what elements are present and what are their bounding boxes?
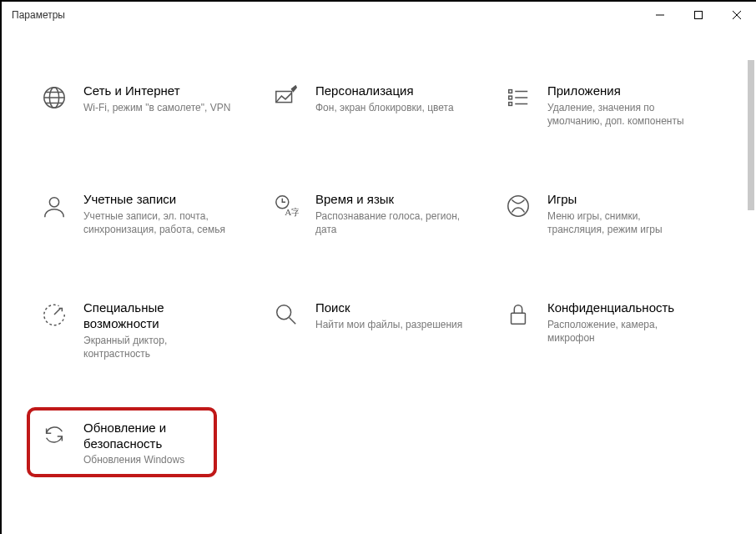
ease-of-access-icon [40,300,68,329]
paintbrush-icon [272,83,300,112]
titlebar: Параметры [2,2,756,28]
svg-point-11 [277,305,291,320]
svg-rect-0 [695,12,703,19]
sync-icon [40,421,68,449]
tile-time-language[interactable]: А字 Время и язык Распознавание голоса, ре… [267,187,491,245]
tile-desc: Распознавание голоса, регион, дата [315,209,466,236]
svg-rect-5 [509,96,512,99]
apps-list-icon [504,83,532,112]
lock-icon [504,300,532,329]
time-language-icon: А字 [272,192,300,220]
tile-title: Поиск [315,300,462,316]
tile-desc: Меню игры, снимки, трансляция, режим игр… [547,209,698,236]
tile-desc: Расположение, камера, микрофон [547,318,698,345]
close-button[interactable] [718,2,756,28]
tile-desc: Удаление, значения по умолчанию, доп. ко… [547,101,698,128]
tile-personalization[interactable]: Персонализация Фон, экран блокировки, цв… [267,78,491,137]
tile-desc: Экранный диктор, контрастность [83,334,234,360]
tile-ease-of-access[interactable]: Специальные возможности Экранный диктор,… [35,295,259,365]
tile-desc: Фон, экран блокировки, цвета [315,101,454,114]
tile-desc: Найти мои файлы, разрешения [315,318,462,331]
tile-privacy[interactable]: Конфиденциальность Расположение, камера,… [499,295,723,365]
svg-text:А字: А字 [285,207,299,217]
tile-accounts[interactable]: Учетные записи Учетные записи, эл. почта… [35,187,259,245]
tile-title: Приложения [547,83,698,99]
minimize-button[interactable] [641,2,679,28]
tile-title: Персонализация [315,83,454,99]
tile-title: Специальные возможности [83,300,234,332]
tile-title: Обновление и безопасность [83,421,234,452]
tile-search[interactable]: Поиск Найти мои файлы, разрешения [267,295,491,365]
tile-desc: Обновления Windows [83,453,234,466]
scrollbar-thumb[interactable] [748,60,754,210]
svg-rect-4 [509,90,512,93]
person-icon [40,192,68,220]
content-area: Сеть и Интернет Wi-Fi, режим "в самолете… [2,28,756,534]
tile-title: Игры [547,192,698,208]
vertical-scrollbar[interactable] [746,60,754,529]
search-icon [272,300,300,329]
xbox-icon [504,192,532,220]
svg-rect-6 [509,103,512,106]
tile-title: Время и язык [315,192,466,208]
tile-apps[interactable]: Приложения Удаление, значения по умолчан… [499,78,723,137]
window-controls [641,2,756,28]
tile-network[interactable]: Сеть и Интернет Wi-Fi, режим "в самолете… [35,78,259,137]
tile-title: Учетные записи [83,192,234,208]
tile-title: Сеть и Интернет [83,83,230,99]
window-title: Параметры [12,9,641,21]
maximize-button[interactable] [679,2,718,28]
settings-grid: Сеть и Интернет Wi-Fi, режим "в самолете… [35,78,723,474]
tile-desc: Учетные записи, эл. почта, синхронизация… [83,209,234,236]
tile-title: Конфиденциальность [547,300,698,316]
svg-rect-12 [512,313,526,324]
globe-icon [40,83,68,112]
tile-update-security[interactable]: Обновление и безопасность Обновления Win… [35,416,259,474]
svg-rect-3 [276,92,292,103]
tile-desc: Wi-Fi, режим "в самолете", VPN [83,101,230,114]
tile-gaming[interactable]: Игры Меню игры, снимки, трансляция, режи… [499,187,723,245]
svg-point-7 [49,198,58,207]
svg-point-10 [508,196,528,216]
